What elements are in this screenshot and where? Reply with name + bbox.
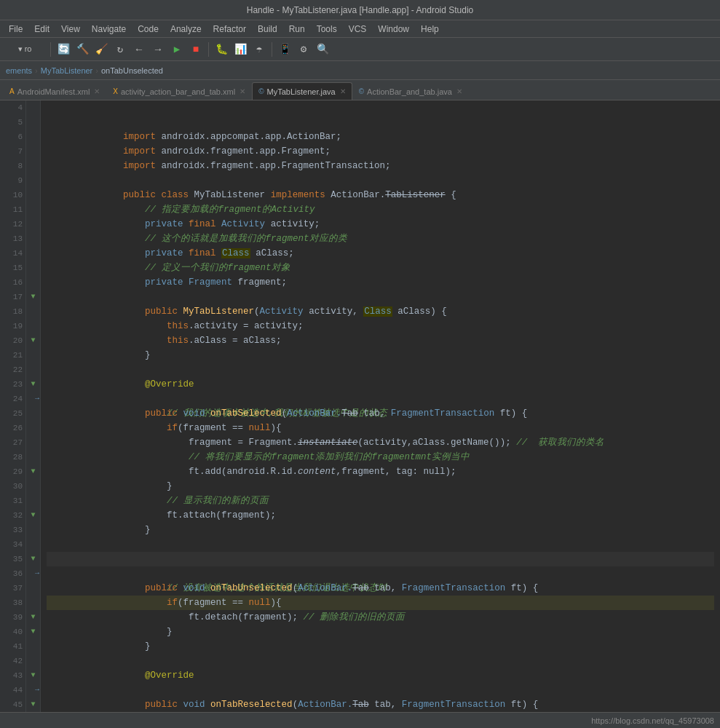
menu-window[interactable]: Window (372, 23, 415, 36)
tab-label-mytablistener: MyTabListener.java (267, 87, 336, 96)
toolbar-profile[interactable]: 📊 (232, 41, 249, 58)
code-line-5: import androidx.appcompat.app.ActionBar; (47, 115, 714, 130)
linenum-37: 37 (3, 581, 23, 596)
tab-label-actionbar: ActionBar_and_tab.java (367, 87, 452, 96)
linenum-36: 36 (3, 566, 23, 581)
gutter-4 (26, 100, 40, 115)
toolbar-project-dropdown[interactable]: ▾ ro (3, 41, 47, 58)
linenum-32: 32 (3, 508, 23, 523)
toolbar-run[interactable]: ▶ (168, 41, 186, 58)
gutter-39: ▼ (26, 610, 40, 625)
tab-activity-xml[interactable]: X activity_action_bar_and_tab.xml ✕ (106, 82, 252, 100)
tab-androidmanifest[interactable]: A AndroidManifest.xml ✕ (3, 82, 106, 100)
code-line-36: // 没有被选中,这个的话就是当我们退出选中状态时 (47, 566, 714, 581)
linenum-5: 5 (3, 115, 23, 130)
gutter-5 (26, 115, 40, 130)
menu-edit[interactable]: Edit (28, 23, 55, 36)
linenum-33: 33 (3, 523, 23, 537)
tab-close-androidmanifest[interactable]: ✕ (94, 87, 100, 95)
code-line-44 (47, 683, 714, 697)
gutter-14 (26, 246, 40, 261)
gutter-7 (26, 144, 40, 159)
code-line-24: // 我们的选项卡被选中,我们的标签被选中是的状态 (47, 392, 714, 406)
menu-build[interactable]: Build (252, 23, 283, 36)
menu-analyze[interactable]: Analyze (165, 23, 207, 36)
gutter-41 (26, 639, 40, 654)
menu-tools[interactable]: Tools (311, 23, 343, 36)
toolbar: ▾ ro 🔄 🔨 🧹 ↻ ← → ▶ ■ 🐛 📊 ☂ 📱 ⚙ 🔍 (0, 38, 720, 61)
linenum-35: 35 (3, 552, 23, 566)
toolbar-coverage[interactable]: ☂ (250, 41, 268, 58)
gutter-markers: ▼ ▼ ▼ ▼ ▼ ▼ (26, 100, 41, 728)
linenum-9: 9 (3, 173, 23, 188)
tab-close-mytablistener[interactable]: ✕ (340, 87, 346, 95)
linenum-27: 27 (3, 435, 23, 450)
tab-icon-androidmanifest: A (9, 87, 15, 95)
breadcrumb: ements › MyTabListener › onTabUnselected (0, 61, 720, 80)
linenum-12: 12 (3, 217, 23, 232)
gutter-28 (26, 450, 40, 464)
menu-code[interactable]: Code (132, 23, 165, 36)
linenum-10: 10 (3, 188, 23, 202)
code-lines[interactable]: import androidx.appcompat.app.ActionBar;… (41, 100, 720, 728)
toolbar-clean[interactable]: 🧹 (92, 41, 110, 58)
linenum-25: 25 (3, 406, 23, 421)
toolbar-sep-1 (50, 42, 51, 57)
toolbar-sdk[interactable]: ⚙ (295, 41, 312, 58)
linenum-17: 17 (3, 290, 23, 304)
linenum-16: 16 (3, 275, 23, 290)
menu-view[interactable]: View (55, 23, 86, 36)
tab-label-androidmanifest: AndroidManifest.xml (17, 87, 90, 96)
code-line-35: → public void onTabUnselected(ActionBar.… (47, 552, 714, 566)
toolbar-sync[interactable]: 🔄 (55, 41, 72, 58)
linenum-20: 20 (3, 333, 23, 348)
gutter-34 (26, 537, 40, 552)
toolbar-refresh[interactable]: ↻ (111, 41, 129, 58)
breadcrumb-ontabunselected[interactable]: onTabUnselected (101, 66, 163, 75)
code-line-23: → public void onTabSelected(ActionBar.Ta… (47, 377, 714, 392)
toolbar-stop[interactable]: ■ (187, 41, 205, 58)
tab-icon-activity-xml: X (113, 87, 118, 95)
toolbar-avd[interactable]: 📱 (276, 41, 293, 58)
code-line-43: → public void onTabReselected(ActionBar.… (47, 668, 714, 683)
gutter-43: ▼ (26, 668, 40, 683)
line-numbers: 4 5 6 7 8 9 10 11 12 13 14 15 16 17 18 1… (0, 100, 26, 728)
menu-navigate[interactable]: Navigate (86, 23, 132, 36)
gutter-16 (26, 275, 40, 290)
toolbar-forward[interactable]: → (149, 41, 167, 58)
menu-vcs[interactable]: VCS (343, 23, 373, 36)
gutter-25 (26, 406, 40, 421)
toolbar-debug[interactable]: 🐛 (213, 41, 230, 58)
tab-mytablistener[interactable]: © MyTabListener.java ✕ (252, 82, 352, 100)
gutter-38 (26, 596, 40, 610)
breadcrumb-mytablistener[interactable]: MyTabListener (41, 66, 93, 75)
tab-close-actionbar[interactable]: ✕ (456, 87, 462, 95)
code-line-17: public MyTabListener(Activity activity, … (47, 290, 714, 304)
tab-actionbar[interactable]: © ActionBar_and_tab.java ✕ (352, 82, 469, 100)
toolbar-sep-3 (272, 42, 272, 57)
linenum-23: 23 (3, 377, 23, 392)
breadcrumb-ements[interactable]: ements (6, 66, 32, 75)
gutter-35: ▼ (26, 552, 40, 566)
gutter-27 (26, 435, 40, 450)
toolbar-back[interactable]: ← (130, 41, 148, 58)
title-bar-title: Handle - MyTabListener.java [Handle.app]… (6, 5, 714, 15)
linenum-11: 11 (3, 202, 23, 217)
code-area: 4 5 6 7 8 9 10 11 12 13 14 15 16 17 18 1… (0, 100, 720, 728)
menu-file[interactable]: File (3, 23, 28, 36)
linenum-44: 44 (3, 683, 23, 697)
menu-help[interactable]: Help (415, 23, 445, 36)
toolbar-build[interactable]: 🔨 (74, 41, 91, 58)
menu-run[interactable]: Run (283, 23, 311, 36)
toolbar-search[interactable]: 🔍 (314, 41, 331, 58)
code-scroll[interactable]: 4 5 6 7 8 9 10 11 12 13 14 15 16 17 18 1… (0, 100, 720, 728)
gutter-20: ▼ (26, 333, 40, 348)
tab-close-activity-xml[interactable]: ✕ (240, 87, 245, 95)
linenum-43: 43 (3, 668, 23, 683)
linenum-8: 8 (3, 159, 23, 173)
gutter-30 (26, 479, 40, 494)
editor-container: 4 5 6 7 8 9 10 11 12 13 14 15 16 17 18 1… (0, 100, 720, 728)
linenum-38: 38 (3, 596, 23, 610)
menu-refactor[interactable]: Refactor (207, 23, 252, 36)
code-line-42: @Override (47, 654, 714, 668)
